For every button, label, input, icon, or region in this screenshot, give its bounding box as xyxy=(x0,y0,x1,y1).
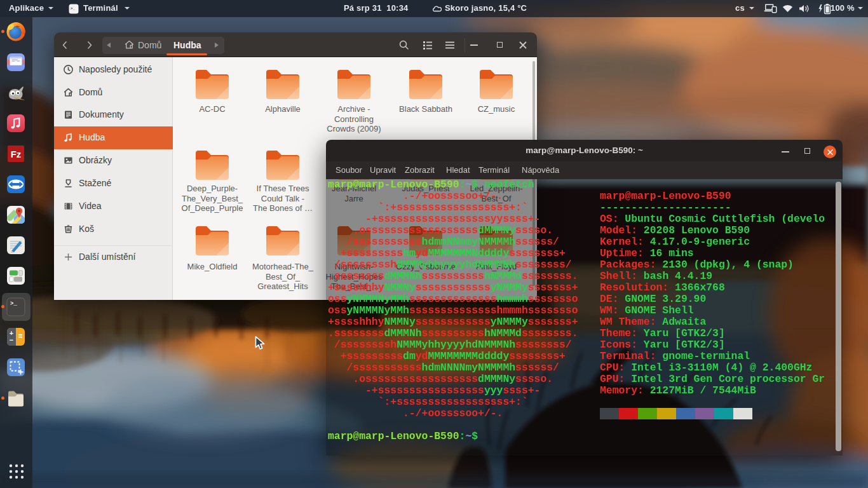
svg-text:−: − xyxy=(10,336,13,344)
svg-text:Fz: Fz xyxy=(11,149,22,159)
svg-text:>_: >_ xyxy=(10,301,17,307)
svg-text:>_: >_ xyxy=(71,6,76,11)
